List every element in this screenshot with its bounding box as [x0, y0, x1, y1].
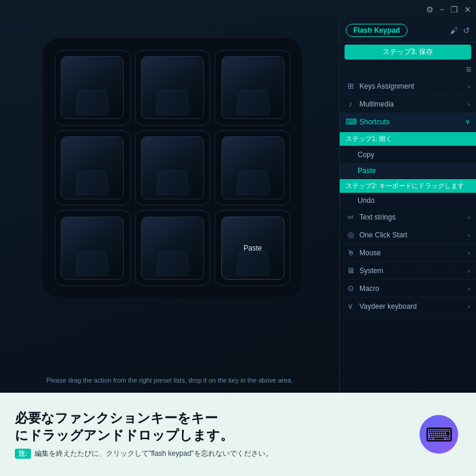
bottom-note: 注: 編集を終えたたびに、クリックして"flash keypad"を忘れないでく…	[15, 449, 461, 459]
bottom-title: 必要なファンクションキーをキー にドラッグアンドドロップします。	[15, 410, 461, 444]
one-click-start-label: One Click Start	[359, 231, 408, 239]
menu-item-keys-assignment[interactable]: ⊞ Keys Assignment ›	[340, 77, 476, 95]
key-9-paste[interactable]: Paste	[215, 210, 290, 286]
shortcuts-header[interactable]: ⌨ Shortcuts ∨	[340, 113, 476, 131]
menu-item-system[interactable]: 🖥 System ›	[340, 262, 476, 280]
vaydeer-chevron: ›	[468, 303, 470, 310]
menu-item-macro[interactable]: ⊙ Macro ›	[340, 280, 476, 298]
menu-item-vaydeer[interactable]: ∨ Vaydeer keyboard ›	[340, 298, 476, 315]
sub-item-undo[interactable]: Undo	[340, 193, 476, 209]
keys-assignment-icon: ⊞	[346, 82, 355, 90]
close-icon[interactable]: ✕	[464, 5, 471, 14]
multimedia-icon: ♪	[346, 99, 355, 108]
text-strings-label: Text strings	[359, 213, 396, 221]
step1-bar: ステップ1: 開く	[340, 132, 476, 146]
paste-key-label: Paste	[243, 244, 262, 252]
title-bar: ⚙ − ❐ ✕	[0, 0, 476, 19]
macro-chevron: ›	[468, 285, 470, 292]
flash-keypad-tab[interactable]: Flash Keypad	[346, 24, 408, 37]
menu-item-text-strings[interactable]: txt Text strings ›	[340, 209, 476, 226]
bottom-title-line1: 必要なファンクションキーをキー	[15, 410, 461, 427]
multimedia-chevron: ›	[468, 101, 470, 108]
keyboard-icon-circle: ⌨	[419, 415, 458, 454]
step2-bar: ステップ2: キーボードにドラッグします	[340, 179, 476, 193]
macro-label: Macro	[359, 284, 379, 293]
multimedia-label: Multimedia	[359, 100, 394, 108]
keys-assignment-chevron: ›	[468, 83, 470, 90]
key-8[interactable]	[135, 210, 211, 286]
main-content: Paste Please drag the action from the ri…	[0, 19, 476, 393]
step3-bar: ステップ3: 保存	[345, 45, 471, 60]
key-3[interactable]	[215, 50, 290, 126]
keyboard-area: Paste Please drag the action from the ri…	[0, 19, 339, 393]
refresh-icon[interactable]: ↺	[463, 26, 470, 35]
key-7[interactable]	[55, 210, 130, 286]
system-label: System	[359, 267, 383, 275]
bottom-title-line2: にドラッグアンドドロップします。	[15, 427, 461, 444]
note-label: 注:	[15, 449, 31, 459]
paint-icon[interactable]: 🖌	[450, 26, 458, 35]
key-1[interactable]	[55, 50, 130, 126]
mouse-chevron: ›	[468, 249, 470, 256]
note-text: 編集を終えたたびに、クリックして"flash keypad"を忘れないでください…	[35, 449, 273, 459]
mouse-label: Mouse	[359, 249, 381, 257]
panel-header: Flash Keypad 🖌 ↺	[340, 19, 476, 42]
key-2[interactable]	[135, 50, 211, 126]
text-strings-icon: txt	[346, 214, 355, 220]
shortcuts-label: Shortcuts	[359, 118, 390, 126]
right-panel: Flash Keypad 🖌 ↺ ステップ3: 保存 ≡ ⊞ Keys Assi…	[339, 19, 476, 393]
menu-item-multimedia[interactable]: ♪ Multimedia ›	[340, 95, 476, 113]
sub-item-copy[interactable]: Copy	[340, 147, 476, 163]
settings-icon[interactable]: ⚙	[426, 5, 434, 14]
menu-item-one-click-start[interactable]: ◎ One Click Start ›	[340, 226, 476, 244]
restore-icon[interactable]: ❐	[450, 5, 458, 14]
panel-header-icons: 🖌 ↺	[450, 26, 470, 35]
sort-icon: ≡	[340, 62, 476, 77]
keyboard-icon: ⌨	[425, 423, 453, 446]
menu-item-mouse[interactable]: 🖱 Mouse ›	[340, 244, 476, 262]
shortcuts-icon: ⌨	[346, 117, 355, 126]
vaydeer-icon: ∨	[346, 302, 355, 311]
hint-text: Please drag the action from the right pr…	[0, 377, 339, 384]
vaydeer-label: Vaydeer keyboard	[359, 302, 417, 311]
key-6[interactable]	[215, 130, 290, 206]
app-window: ⚙ − ❐ ✕	[0, 0, 476, 393]
keyboard-container: Paste	[42, 37, 303, 299]
bottom-wrapper: 必要なファンクションキーをキー にドラッグアンドドロップします。 注: 編集を終…	[0, 393, 476, 476]
text-strings-chevron: ›	[468, 214, 470, 221]
shortcuts-chevron-down: ∨	[465, 118, 470, 126]
keys-assignment-label: Keys Assignment	[359, 82, 414, 90]
key-4[interactable]	[55, 130, 130, 206]
system-chevron: ›	[468, 267, 470, 274]
system-icon: 🖥	[346, 266, 355, 275]
mouse-icon: 🖱	[346, 248, 355, 257]
minimize-icon[interactable]: −	[440, 5, 444, 14]
sub-item-paste[interactable]: Paste	[340, 163, 476, 179]
one-click-start-chevron: ›	[468, 231, 470, 239]
macro-icon: ⊙	[346, 284, 355, 293]
one-click-start-icon: ◎	[346, 230, 355, 239]
key-5[interactable]	[135, 130, 211, 206]
